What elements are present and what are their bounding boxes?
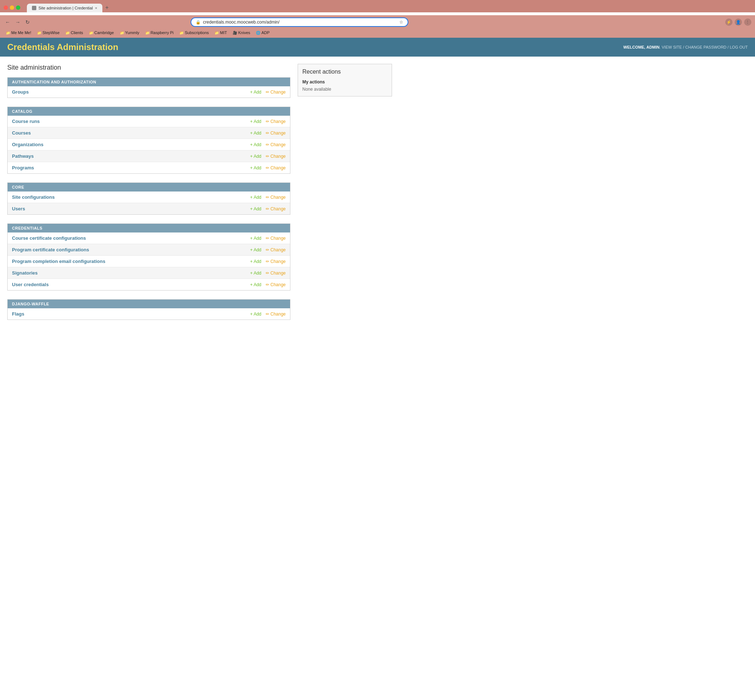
model-link-groups[interactable]: Groups (12, 89, 29, 95)
model-link-programs[interactable]: Programs (12, 165, 34, 170)
change-course-cert-configs-link[interactable]: ✏ Change (266, 236, 286, 241)
bookmark-star-icon[interactable]: ☆ (399, 20, 403, 25)
change-site-configurations-link[interactable]: ✏ Change (266, 195, 286, 200)
change-program-cert-configs-link[interactable]: ✏ Change (266, 247, 286, 252)
add-user-credentials-link[interactable]: + Add (250, 282, 262, 287)
back-button[interactable]: ← (4, 18, 12, 27)
url-input[interactable] (203, 20, 397, 25)
add-course-cert-configs-link[interactable]: + Add (250, 236, 262, 241)
bookmark-label: Cambridge (94, 30, 114, 35)
view-site-link[interactable]: VIEW SITE (662, 45, 682, 49)
model-actions-programs: + Add ✏ Change (142, 162, 290, 174)
add-program-completion-email-link[interactable]: + Add (250, 259, 262, 264)
address-bar[interactable]: 🔒 ☆ (191, 17, 408, 27)
recent-actions-title: Recent actions (302, 69, 387, 75)
my-actions-subtitle: My actions (302, 80, 387, 84)
add-groups-link[interactable]: + Add (250, 90, 262, 95)
add-courses-link[interactable]: + Add (250, 131, 262, 136)
forward-button[interactable]: → (14, 18, 22, 27)
change-courses-link[interactable]: ✏ Change (266, 131, 286, 136)
profile-icon[interactable]: 👤 (735, 19, 742, 26)
bookmark-adp[interactable]: 🌐 ADP (254, 30, 272, 36)
model-link-pathways[interactable]: Pathways (12, 153, 34, 159)
new-tab-button[interactable]: + (102, 3, 111, 12)
bookmark-cambridge[interactable]: 📁 Cambridge (87, 30, 116, 36)
bookmark-stepwise[interactable]: 📁 StepWise (35, 30, 62, 36)
admin-title[interactable]: Credentials Administration (7, 42, 118, 52)
model-link-users[interactable]: Users (12, 206, 25, 211)
model-link-organizations[interactable]: Organizations (12, 142, 44, 147)
module-table-core: Site configurations + Add ✏ Change Users… (8, 192, 290, 214)
close-button[interactable] (4, 5, 8, 10)
bookmark-label: Yummly (125, 30, 139, 35)
module-title-credentials: CREDENTIALS (12, 226, 42, 230)
bookmark-raspberrypi[interactable]: 📁 Raspberry Pi (143, 30, 176, 36)
add-users-link[interactable]: + Add (250, 206, 262, 211)
change-password-link[interactable]: CHANGE PASSWORD (685, 45, 726, 49)
table-row: Users + Add ✏ Change (8, 203, 290, 215)
table-row: Course certificate configurations + Add … (8, 233, 290, 244)
add-signatories-link[interactable]: + Add (250, 270, 262, 276)
model-link-course-cert-configs[interactable]: Course certificate configurations (12, 235, 86, 241)
model-link-site-configurations[interactable]: Site configurations (12, 194, 55, 200)
table-row: Signatories + Add ✏ Change (8, 267, 290, 279)
add-flags-link[interactable]: + Add (250, 312, 262, 317)
add-pathways-link[interactable]: + Add (250, 154, 262, 159)
browser-toolbar-icons: ⚡ 👤 ⋮ (725, 19, 751, 26)
module-table-auth: Groups + Add ✏ Change (8, 86, 290, 98)
bookmark-knives[interactable]: 🎥 Knives (230, 30, 252, 36)
table-row: Site configurations + Add ✏ Change (8, 192, 290, 203)
bookmark-icon: 📁 (145, 31, 150, 35)
change-signatories-link[interactable]: ✏ Change (266, 270, 286, 276)
add-course-runs-link[interactable]: + Add (250, 119, 262, 124)
module-core: CORE Site configurations + Add ✏ Change … (7, 183, 290, 215)
change-programs-link[interactable]: ✏ Change (266, 166, 286, 170)
tab-close-button[interactable]: × (95, 6, 97, 10)
bookmark-yummly[interactable]: 📁 Yummly (117, 30, 142, 36)
model-actions-user-credentials: + Add ✏ Change (205, 279, 290, 291)
change-program-completion-email-link[interactable]: ✏ Change (266, 259, 286, 264)
bookmarks-bar: 📁 Me Me Me! 📁 StepWise 📁 Clients 📁 Cambr… (0, 29, 755, 38)
minimize-button[interactable] (10, 5, 14, 10)
change-user-credentials-link[interactable]: ✏ Change (266, 282, 286, 287)
add-site-configurations-link[interactable]: + Add (250, 195, 262, 200)
security-icon: 🔒 (196, 20, 201, 25)
change-flags-link[interactable]: ✏ Change (266, 312, 286, 317)
module-catalog: CATALOG Course runs + Add ✏ Change Cours… (7, 107, 290, 174)
add-programs-link[interactable]: + Add (250, 166, 262, 170)
table-row: Organizations + Add ✏ Change (8, 139, 290, 150)
change-pathways-link[interactable]: ✏ Change (266, 154, 286, 159)
reload-button[interactable]: ↻ (24, 18, 31, 27)
model-link-program-completion-email[interactable]: Program completion email configurations (12, 259, 105, 264)
model-link-course-runs[interactable]: Course runs (12, 119, 40, 124)
model-link-flags[interactable]: Flags (12, 311, 24, 317)
model-link-courses[interactable]: Courses (12, 130, 31, 136)
change-course-runs-link[interactable]: ✏ Change (266, 119, 286, 124)
change-users-link[interactable]: ✏ Change (266, 206, 286, 211)
model-link-program-cert-configs[interactable]: Program certificate configurations (12, 247, 89, 252)
logout-link[interactable]: LOG OUT (730, 45, 748, 49)
add-program-cert-configs-link[interactable]: + Add (250, 247, 262, 252)
model-actions-program-completion-email: + Add ✏ Change (205, 256, 290, 267)
none-available-text: None available (302, 87, 387, 92)
bookmark-icon: 🌐 (256, 31, 260, 35)
module-django-waffle: DJANGO-WAFFLE Flags + Add ✏ Change (7, 299, 290, 320)
bookmark-mit[interactable]: 📁 MIT (212, 30, 229, 36)
module-header-auth: AUTHENTICATION AND AUTHORIZATION (8, 78, 290, 86)
admin-user-tools: WELCOME, ADMIN. VIEW SITE / CHANGE PASSW… (623, 45, 748, 49)
model-link-user-credentials[interactable]: User credentials (12, 282, 49, 287)
add-organizations-link[interactable]: + Add (250, 142, 262, 147)
change-organizations-link[interactable]: ✏ Change (266, 142, 286, 147)
bookmark-label: Clients (71, 30, 83, 35)
model-actions-organizations: + Add ✏ Change (142, 139, 290, 150)
bookmark-subscriptions[interactable]: 📁 Subscriptions (177, 30, 211, 36)
change-groups-link[interactable]: ✏ Change (266, 90, 286, 95)
menu-icon[interactable]: ⋮ (744, 19, 751, 26)
extensions-icon[interactable]: ⚡ (725, 19, 733, 26)
bookmark-icon: 🎥 (233, 31, 237, 35)
bookmark-memememe[interactable]: 📁 Me Me Me! (4, 30, 33, 36)
model-link-signatories[interactable]: Signatories (12, 270, 38, 276)
maximize-button[interactable] (16, 5, 20, 10)
active-tab[interactable]: Site administration | Credential × (27, 4, 102, 12)
bookmark-clients[interactable]: 📁 Clients (63, 30, 85, 36)
